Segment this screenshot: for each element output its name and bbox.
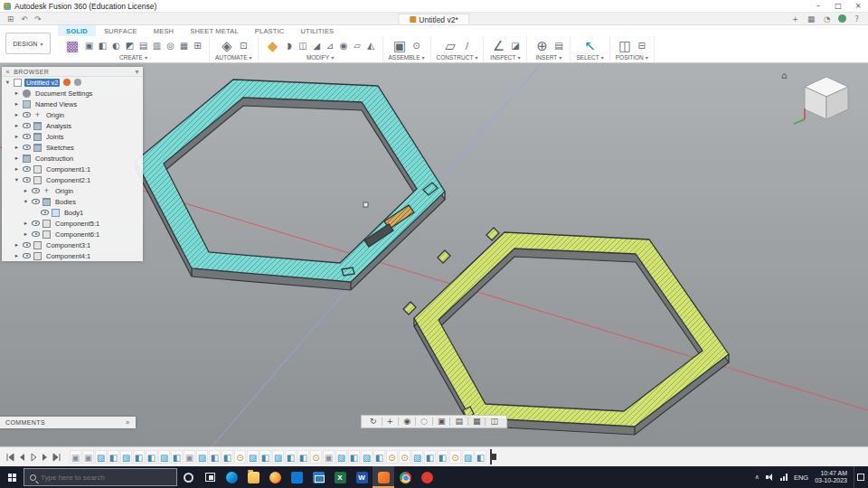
expand-caret-icon[interactable]: ▸ bbox=[14, 111, 20, 118]
timeline-feature-icon[interactable]: ◧ bbox=[373, 450, 385, 464]
timeline-go-to-start-button[interactable] bbox=[4, 451, 15, 464]
toolbar-group-label-automate[interactable]: AUTOMATE bbox=[215, 54, 248, 61]
joint-icon[interactable]: ⊙ bbox=[410, 40, 422, 52]
automate-addin-icon[interactable]: ⊡ bbox=[238, 40, 250, 52]
offset-face-icon[interactable]: ▱ bbox=[352, 40, 363, 52]
capture-position-icon[interactable]: ◫ bbox=[616, 38, 634, 54]
expand-caret-icon[interactable]: ▸ bbox=[14, 252, 20, 259]
timeline-sketch-icon[interactable]: ▨ bbox=[335, 450, 347, 464]
collapse-panel-icon[interactable]: « bbox=[5, 68, 10, 76]
visibility-eye-icon[interactable] bbox=[23, 112, 31, 117]
browser-item-analysis[interactable]: ▸Analysis bbox=[2, 120, 143, 131]
timeline-sketch-icon[interactable]: ▨ bbox=[158, 450, 170, 464]
browser-item-named-views[interactable]: ▸Named Views bbox=[2, 99, 143, 109]
undo-icon[interactable]: ↶ bbox=[17, 14, 31, 23]
extensions-icon[interactable]: ▦ bbox=[804, 14, 818, 23]
rib-icon[interactable]: ▥ bbox=[151, 40, 163, 52]
look-at-icon[interactable]: ◉ bbox=[401, 415, 412, 428]
browser-item-component6-1[interactable]: ▸Component6:1 bbox=[2, 229, 143, 239]
job-status-icon[interactable]: ◔ bbox=[820, 14, 834, 23]
toolbar-group-label-position[interactable]: POSITION bbox=[616, 54, 644, 61]
press-pull-icon[interactable]: ◆ bbox=[264, 38, 282, 54]
browser-item-joints[interactable]: ▸Joints bbox=[2, 131, 143, 142]
tab-solid[interactable]: SOLID bbox=[58, 25, 96, 36]
timeline-feature-icon[interactable]: ◧ bbox=[222, 450, 233, 464]
task-view-taskbar-button[interactable] bbox=[199, 466, 221, 488]
timeline-feature-icon[interactable]: ◧ bbox=[209, 450, 221, 464]
assemble-component-icon[interactable]: ▣ bbox=[391, 38, 409, 54]
visibility-eye-icon[interactable] bbox=[32, 188, 40, 193]
timeline-sketch-icon[interactable]: ▨ bbox=[272, 450, 284, 464]
timeline-sketch-icon[interactable]: ▨ bbox=[95, 450, 107, 464]
viewport[interactable]: ⌂ « BROWSER ▾ ▾Untitled v2▸Document Sett… bbox=[0, 63, 868, 446]
browser-item-document-settings[interactable]: ▸Document Settings bbox=[2, 88, 143, 99]
browser-item-origin[interactable]: ▸Origin bbox=[2, 109, 143, 120]
browser-item-component2-1[interactable]: ▾Component2:1 bbox=[2, 174, 143, 185]
expand-caret-icon[interactable]: ▸ bbox=[23, 230, 29, 238]
extrude-icon[interactable]: ◧ bbox=[97, 40, 108, 52]
mail-taskbar-button[interactable] bbox=[307, 466, 329, 488]
grid-settings-icon[interactable]: ▦ bbox=[471, 415, 483, 428]
expand-caret-icon[interactable]: ▸ bbox=[23, 187, 29, 194]
start-button[interactable] bbox=[0, 466, 24, 488]
timeline-feature-icon[interactable]: ◧ bbox=[297, 450, 309, 464]
comments-panel[interactable]: COMMENTS » bbox=[0, 417, 136, 428]
browser-item-component1-1[interactable]: ▸Component1:1 bbox=[2, 164, 143, 174]
panel-menu-icon[interactable]: ▾ bbox=[136, 68, 139, 76]
visibility-eye-icon[interactable] bbox=[23, 177, 31, 183]
origin-marker[interactable] bbox=[363, 202, 368, 207]
tab-mesh[interactable]: MESH bbox=[146, 25, 182, 36]
timeline-position-marker[interactable] bbox=[490, 449, 492, 465]
timeline-sketch-icon[interactable]: ▨ bbox=[120, 450, 132, 464]
browser-item-bodies[interactable]: ▾Bodies bbox=[2, 196, 143, 207]
timeline-component-icon[interactable]: ▣ bbox=[70, 450, 81, 464]
timeline-component-icon[interactable]: ▣ bbox=[184, 450, 195, 464]
firefox-taskbar-button[interactable] bbox=[264, 466, 286, 488]
sweep-icon[interactable]: ◩ bbox=[124, 40, 136, 52]
timeline-feature-icon[interactable]: ◧ bbox=[424, 450, 436, 464]
expand-caret-icon[interactable]: ▸ bbox=[14, 241, 20, 249]
expand-caret-icon[interactable]: ▾ bbox=[5, 79, 11, 86]
visibility-eye-icon[interactable] bbox=[32, 199, 40, 204]
automate-script-icon[interactable]: ◈ bbox=[218, 38, 236, 54]
taskbar-search[interactable] bbox=[24, 468, 177, 486]
browser-item-construction[interactable]: ▸Construction bbox=[2, 153, 143, 164]
timeline-joint-icon[interactable]: ⊙ bbox=[234, 450, 246, 464]
browser-item-component4-1[interactable]: ▸Component4:1 bbox=[2, 250, 143, 261]
expand-caret-icon[interactable]: ▸ bbox=[14, 165, 20, 173]
tab-sheet-metal[interactable]: SHEET METAL bbox=[182, 25, 247, 36]
home-view-icon[interactable]: ⌂ bbox=[781, 70, 787, 80]
data-panel-icon[interactable]: ⊞ bbox=[4, 14, 17, 23]
timeline-feature-icon[interactable]: ◧ bbox=[108, 450, 119, 464]
shell-icon[interactable]: ◫ bbox=[297, 40, 309, 52]
expand-caret-icon[interactable]: ▸ bbox=[14, 100, 20, 108]
chrome-taskbar-button[interactable] bbox=[394, 466, 416, 488]
word-taskbar-button[interactable] bbox=[351, 466, 373, 488]
tab-utilities[interactable]: UTILITIES bbox=[293, 25, 343, 36]
excel-taskbar-button[interactable] bbox=[329, 466, 351, 488]
file-explorer-taskbar-button[interactable] bbox=[242, 466, 264, 488]
pan-icon[interactable]: + bbox=[385, 415, 396, 428]
revolve-icon[interactable]: ◐ bbox=[110, 40, 122, 52]
visibility-eye-icon[interactable] bbox=[23, 134, 31, 139]
timeline-component-icon[interactable]: ▣ bbox=[323, 450, 335, 464]
redo-icon[interactable]: ↷ bbox=[31, 14, 44, 23]
visibility-eye-icon[interactable] bbox=[23, 166, 31, 172]
construction-plane-icon[interactable]: ▱ bbox=[441, 38, 459, 54]
timeline-sketch-icon[interactable]: ▨ bbox=[361, 450, 373, 464]
tab-surface[interactable]: SURFACE bbox=[96, 25, 146, 36]
split-body-icon[interactable]: ◭ bbox=[365, 40, 377, 52]
combine-icon[interactable]: ◉ bbox=[338, 40, 350, 52]
browser-item-component3-1[interactable]: ▸Component3:1 bbox=[2, 239, 143, 250]
profile-avatar[interactable] bbox=[838, 14, 846, 23]
timeline-joint-icon[interactable]: ⊙ bbox=[310, 450, 322, 464]
taskbar-clock[interactable]: 10:47 AM 03-10-2023 bbox=[815, 470, 847, 484]
opera-taskbar-button[interactable] bbox=[416, 466, 438, 488]
timeline-sketch-icon[interactable]: ▨ bbox=[196, 450, 208, 464]
visibility-eye-icon[interactable] bbox=[23, 253, 31, 258]
timeline-step-back-button[interactable] bbox=[15, 451, 27, 464]
fillet-icon[interactable]: ◗ bbox=[284, 40, 296, 52]
expand-caret-icon[interactable]: ▾ bbox=[23, 198, 29, 205]
visibility-eye-icon[interactable] bbox=[23, 123, 31, 128]
document-tab[interactable]: Untitled v2* bbox=[398, 14, 469, 24]
